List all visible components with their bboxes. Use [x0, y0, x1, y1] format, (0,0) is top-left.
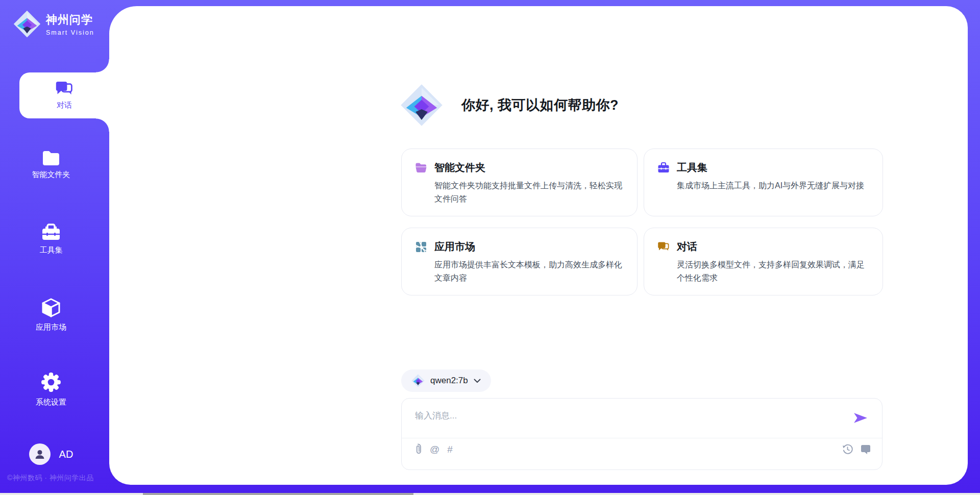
- person-icon: [34, 448, 46, 460]
- horizontal-scrollbar: [0, 493, 980, 495]
- card-title: 对话: [677, 240, 697, 254]
- feature-cards: 智能文件夹 智能文件夹功能支持批量文件上传与清洗，轻松实现文件问答 工具集 集成…: [401, 148, 883, 295]
- greeting-text: 你好, 我可以如何帮助你?: [461, 96, 619, 114]
- horizontal-scrollbar-thumb[interactable]: [143, 493, 413, 495]
- brand-logo-icon: [411, 374, 425, 387]
- message-composer: @ #: [401, 398, 883, 470]
- brand-logo-icon: [400, 84, 443, 127]
- model-selector[interactable]: qwen2:7b: [401, 369, 491, 392]
- sidebar-item-app-market[interactable]: 应用市场: [0, 298, 102, 332]
- app-root: 神州问学 Smart Vision 对话 智能文件夹: [0, 0, 980, 495]
- model-name: qwen2:7b: [430, 376, 468, 386]
- sidebar-footer-credit: ©神州数码 · 神州问学出品: [7, 474, 94, 483]
- chevron-down-icon: [474, 379, 481, 383]
- toolbox-icon: [657, 162, 670, 174]
- chat-icon: [55, 81, 74, 97]
- user-name: AD: [59, 449, 74, 460]
- composer-divider: [402, 438, 882, 438]
- message-input[interactable]: [415, 410, 844, 434]
- tab-curve-bottom: [96, 118, 109, 132]
- send-icon[interactable]: [853, 412, 868, 424]
- brand: 神州问学 Smart Vision: [13, 10, 94, 38]
- sidebar-item-smart-folders[interactable]: 智能文件夹: [0, 150, 102, 180]
- main-panel: 你好, 我可以如何帮助你? 智能文件夹 智能文件夹功能支持批量文件上传与清洗，轻…: [109, 6, 968, 485]
- card-title: 工具集: [677, 161, 707, 175]
- history-icon[interactable]: [842, 444, 853, 455]
- sidebar-item-label: 智能文件夹: [32, 170, 70, 180]
- folder-icon: [42, 150, 60, 165]
- greeting: 你好, 我可以如何帮助你?: [400, 84, 619, 127]
- cube-icon: [41, 298, 61, 318]
- brand-subtitle: Smart Vision: [46, 29, 94, 36]
- chat-icon: [657, 241, 670, 253]
- card-description: 灵活切换多模型文件，支持多样回复效果调试，满足个性化需求: [677, 258, 869, 285]
- brand-logo-icon: [13, 10, 41, 38]
- card-description: 应用市场提供丰富长文本模板，助力高效生成多样化文章内容: [434, 258, 624, 285]
- user-profile[interactable]: AD: [0, 443, 102, 465]
- sidebar-item-toolset[interactable]: 工具集: [0, 224, 102, 255]
- card-chat[interactable]: 对话 灵活切换多模型文件，支持多样回复效果调试，满足个性化需求: [644, 228, 883, 295]
- sidebar-item-label: 对话: [57, 101, 72, 110]
- card-app-market[interactable]: 应用市场 应用市场提供丰富长文本模板，助力高效生成多样化文章内容: [401, 228, 638, 295]
- sidebar-item-settings[interactable]: 系统设置: [0, 372, 102, 407]
- toolbox-icon: [41, 224, 61, 241]
- folder-icon: [415, 162, 427, 174]
- card-description: 智能文件夹功能支持批量文件上传与清洗，轻松实现文件问答: [434, 179, 624, 206]
- sidebar-item-label: 工具集: [40, 245, 63, 255]
- brand-name: 神州问学: [46, 12, 94, 28]
- avatar: [29, 443, 51, 465]
- feedback-icon[interactable]: [861, 444, 871, 454]
- sidebar-item-chat[interactable]: 对话: [19, 72, 109, 118]
- sidebar-item-label: 应用市场: [36, 323, 66, 332]
- card-toolset[interactable]: 工具集 集成市场上主流工具，助力AI与外界无缝扩展与对接: [644, 148, 883, 216]
- sidebar: 神州问学 Smart Vision 对话 智能文件夹: [0, 0, 109, 495]
- card-description: 集成市场上主流工具，助力AI与外界无缝扩展与对接: [677, 179, 869, 192]
- sidebar-item-label: 系统设置: [36, 398, 66, 407]
- attach-icon[interactable]: [414, 443, 422, 455]
- gear-icon: [40, 372, 62, 393]
- tab-curve-top: [96, 59, 109, 72]
- mention-icon[interactable]: @: [430, 444, 439, 454]
- hash-icon[interactable]: #: [447, 444, 453, 454]
- card-title: 智能文件夹: [434, 161, 485, 175]
- grid-icon: [415, 241, 427, 253]
- card-title: 应用市场: [434, 240, 475, 254]
- card-smart-folders[interactable]: 智能文件夹 智能文件夹功能支持批量文件上传与清洗，轻松实现文件问答: [401, 148, 638, 216]
